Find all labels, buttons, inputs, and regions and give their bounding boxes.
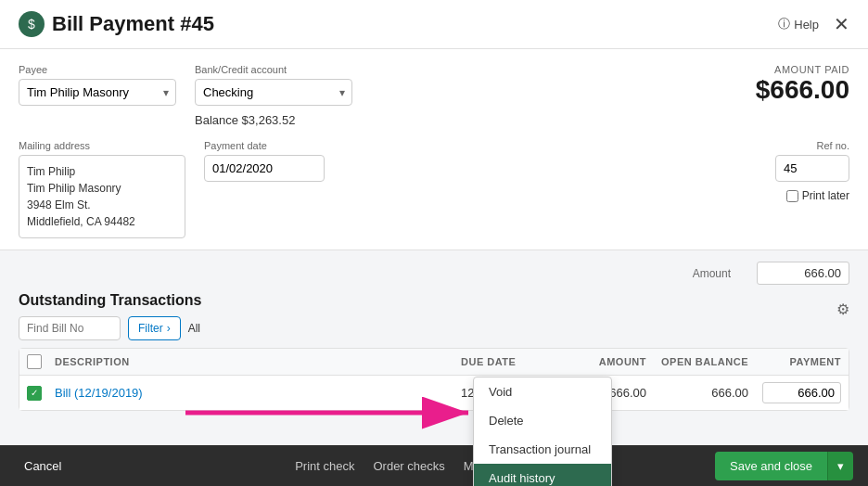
td-checkbox: ✓ xyxy=(27,386,55,401)
gear-button[interactable]: ⚙ xyxy=(836,301,849,318)
amount-input[interactable] xyxy=(757,262,849,285)
bank-credit-label: Bank/Credit account xyxy=(195,64,352,75)
table-row: ✓ Bill (12/19/2019) 12/19/2019 666.00 66… xyxy=(19,376,849,410)
cancel-button[interactable]: Cancel xyxy=(15,454,70,479)
transactions-table: DESCRIPTION DUE DATE AMOUNT OPEN BALANCE… xyxy=(19,348,849,411)
th-payment: PAYMENT xyxy=(748,356,841,367)
payee-select[interactable]: Tim Philip Masonry xyxy=(19,79,176,106)
close-button[interactable]: ✕ xyxy=(834,13,849,35)
bank-select-wrapper[interactable]: Checking xyxy=(195,79,352,106)
th-due-date: DUE DATE xyxy=(461,356,563,367)
ref-input[interactable] xyxy=(775,155,849,182)
payment-date-input[interactable] xyxy=(204,155,325,182)
form-row-bottom: Mailing address Tim Philip Tim Philip Ma… xyxy=(19,140,849,238)
context-menu-audit-history[interactable]: Audit history xyxy=(474,464,611,486)
amount-row: Amount xyxy=(19,262,849,285)
table-header: DESCRIPTION DUE DATE AMOUNT OPEN BALANCE… xyxy=(19,349,849,376)
context-menu-delete[interactable]: Delete xyxy=(474,406,611,435)
amount-paid-block: AMOUNT PAID $666.00 xyxy=(756,64,849,105)
ref-label: Ref no. xyxy=(817,140,849,151)
print-check-link[interactable]: Print check xyxy=(295,459,354,473)
footer-right: Save and close ▾ xyxy=(715,452,853,480)
order-checks-link[interactable]: Order checks xyxy=(373,459,444,473)
context-menu-transaction-journal[interactable]: Transaction journal xyxy=(474,435,611,464)
th-checkbox xyxy=(27,354,55,369)
ref-no-group: Ref no. Print later xyxy=(775,140,849,202)
bill-payment-icon: $ xyxy=(19,11,45,37)
mailing-address-group: Mailing address Tim Philip Tim Philip Ma… xyxy=(19,140,185,238)
amount-col-header: Amount xyxy=(638,267,731,280)
header-left: $ Bill Payment #45 xyxy=(19,11,214,37)
balance-text: Balance $3,263.52 xyxy=(195,113,352,127)
bill-link[interactable]: Bill (12/19/2019) xyxy=(55,386,143,400)
help-button[interactable]: ⓘ Help xyxy=(778,16,819,32)
transactions-area: Amount ⚙ Outstanding Transactions Filter… xyxy=(0,250,868,445)
header: $ Bill Payment #45 ⓘ Help ✕ xyxy=(0,0,868,49)
form-row-top: Payee Tim Philip Masonry Bank/Credit acc… xyxy=(19,64,849,127)
row-checkbox[interactable]: ✓ xyxy=(27,386,42,401)
mailing-address-text: Tim Philip Tim Philip Masonry 3948 Elm S… xyxy=(27,165,135,228)
page-wrapper: $ Bill Payment #45 ⓘ Help ✕ Payee Tim Ph… xyxy=(0,0,868,486)
filter-button[interactable]: Filter › xyxy=(128,316,181,340)
bank-credit-field-group: Bank/Credit account Checking Balance $3,… xyxy=(195,64,352,127)
payment-input[interactable] xyxy=(762,382,841,403)
amount-paid-value: $666.00 xyxy=(756,75,849,105)
header-checkbox[interactable] xyxy=(27,354,42,369)
help-circle-icon: ⓘ xyxy=(778,16,790,32)
payment-date-group: Payment date xyxy=(204,140,325,182)
form-area: Payee Tim Philip Masonry Bank/Credit acc… xyxy=(0,49,868,250)
print-later-checkbox[interactable] xyxy=(786,190,798,202)
payee-select-wrapper[interactable]: Tim Philip Masonry xyxy=(19,79,176,106)
find-bill-input[interactable] xyxy=(19,316,121,340)
td-open-balance: 666.00 xyxy=(646,386,748,400)
payee-field-group: Payee Tim Philip Masonry xyxy=(19,64,176,127)
context-menu: Void Delete Transaction journal Audit hi… xyxy=(473,377,612,486)
td-description: Bill (12/19/2019) xyxy=(55,386,461,400)
payment-date-label: Payment date xyxy=(204,140,325,151)
save-close-dropdown-button[interactable]: ▾ xyxy=(827,452,853,480)
bank-select[interactable]: Checking xyxy=(195,79,352,106)
filter-arrow-icon: › xyxy=(167,322,171,335)
footer: Cancel Print check Order checks More Sav… xyxy=(0,445,868,486)
th-open-balance: OPEN BALANCE xyxy=(646,356,748,367)
all-label: All xyxy=(188,322,200,335)
outstanding-transactions-title: Outstanding Transactions xyxy=(19,292,849,309)
mailing-address-label: Mailing address xyxy=(19,140,185,151)
header-right: ⓘ Help ✕ xyxy=(778,13,849,35)
filter-row: Filter › All xyxy=(19,316,849,340)
page-title: Bill Payment #45 xyxy=(52,12,214,36)
save-close-button[interactable]: Save and close xyxy=(715,452,827,480)
payee-label: Payee xyxy=(19,64,176,75)
gear-area: ⚙ xyxy=(836,301,849,318)
filter-label: Filter xyxy=(138,322,163,335)
th-description: DESCRIPTION xyxy=(55,356,461,367)
amount-paid-label: AMOUNT PAID xyxy=(756,64,849,75)
td-payment xyxy=(748,382,841,403)
footer-center: Print check Order checks More xyxy=(295,459,491,473)
context-menu-void[interactable]: Void xyxy=(474,377,611,406)
print-later-row: Print later xyxy=(786,189,849,202)
th-amount: AMOUNT xyxy=(563,356,646,367)
mailing-address-box: Tim Philip Tim Philip Masonry 3948 Elm S… xyxy=(19,155,185,238)
help-label: Help xyxy=(794,18,819,32)
form-row-top-left: Payee Tim Philip Masonry Bank/Credit acc… xyxy=(19,64,352,127)
print-later-label: Print later xyxy=(802,189,849,202)
